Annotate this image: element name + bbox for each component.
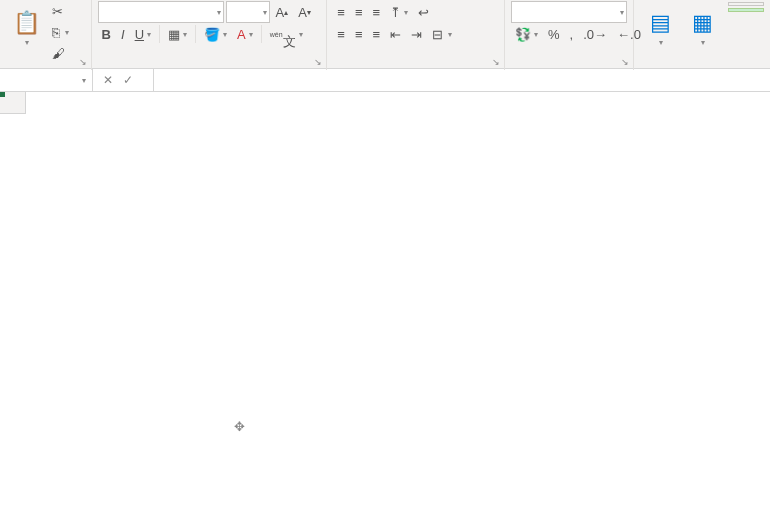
chevron-down-icon: ▾ — [65, 28, 69, 37]
chevron-down-icon: ▾ — [299, 30, 303, 39]
group-font: ▾ ▾ A▴ A▾ B I U▾ ▦▾ 🪣▾ A▾ wén文▾ ↘ — [92, 0, 328, 70]
chevron-down-icon: ▾ — [183, 30, 187, 39]
dialog-launcher-icon[interactable]: ↘ — [79, 57, 87, 67]
align-middle-icon: ≡ — [355, 5, 363, 20]
phonetic-button[interactable]: wén文▾ — [266, 16, 307, 53]
fill-color-button[interactable]: 🪣▾ — [200, 25, 231, 44]
decrease-indent-button[interactable]: ⇤ — [386, 25, 405, 44]
style-good[interactable] — [728, 8, 764, 12]
font-name-combo[interactable]: ▾ — [98, 1, 224, 23]
increase-indent-button[interactable]: ⇥ — [407, 25, 426, 44]
indent-increase-icon: ⇥ — [411, 27, 422, 42]
italic-button[interactable]: I — [117, 25, 129, 44]
orientation-icon: ⤒ — [390, 5, 401, 20]
align-right-icon: ≡ — [373, 27, 381, 42]
cursor-icon: ✥ — [234, 419, 245, 434]
group-styles: ▤ ▾ ▦ ▾ — [634, 0, 770, 70]
table-icon: ▦ — [692, 10, 713, 36]
separator — [195, 25, 196, 43]
number-format-combo[interactable]: ▾ — [511, 1, 627, 23]
currency-icon: 💱 — [515, 27, 531, 42]
font-size-combo[interactable]: ▾ — [226, 1, 270, 23]
bold-button[interactable]: B — [98, 25, 115, 44]
align-center-button[interactable]: ≡ — [351, 25, 367, 44]
group-alignment: ≡ ≡ ≡ ⤒▾ ↩ ≡ ≡ ≡ ⇤ ⇥ ⊟▾ ↘ — [327, 0, 505, 70]
scissors-icon: ✂ — [52, 4, 63, 19]
chevron-down-icon: ▾ — [404, 8, 408, 17]
format-as-table-button[interactable]: ▦ ▾ — [680, 2, 724, 52]
copy-button[interactable]: ⎘▾ — [48, 23, 73, 42]
wrap-text-icon: ↩ — [418, 5, 429, 20]
formula-buttons: ✕ ✓ — [93, 69, 154, 91]
dialog-launcher-icon[interactable]: ↘ — [621, 57, 629, 67]
font-color-button[interactable]: A▾ — [233, 25, 257, 44]
conditional-format-icon: ▤ — [650, 10, 671, 36]
format-painter-button[interactable]: 🖌 — [48, 44, 73, 63]
align-middle-button[interactable]: ≡ — [351, 3, 367, 22]
increase-decimal-button[interactable]: .0→ — [579, 25, 611, 44]
worksheet: ✥ — [0, 92, 770, 522]
wrap-text-button[interactable]: ↩ — [414, 3, 435, 22]
paste-icon: 📋 — [13, 10, 40, 36]
enter-icon[interactable]: ✓ — [123, 73, 133, 87]
cut-button[interactable]: ✂ — [48, 2, 73, 21]
brush-icon: 🖌 — [52, 46, 65, 61]
chevron-down-icon: ▾ — [659, 38, 663, 47]
style-normal[interactable] — [728, 2, 764, 6]
merge-icon: ⊟ — [432, 27, 443, 42]
align-top-icon: ≡ — [337, 5, 345, 20]
dialog-launcher-icon[interactable]: ↘ — [492, 57, 500, 67]
accounting-format-button[interactable]: 💱▾ — [511, 25, 542, 44]
conditional-format-button[interactable]: ▤ ▾ — [640, 2, 680, 52]
underline-icon: U — [135, 27, 144, 42]
fill-color-icon: 🪣 — [204, 27, 220, 42]
align-left-icon: ≡ — [337, 27, 345, 42]
border-icon: ▦ — [168, 27, 180, 42]
increase-decimal-icon: .0→ — [583, 27, 607, 42]
chevron-down-icon: ▾ — [249, 30, 253, 39]
chevron-down-icon: ▾ — [701, 38, 705, 47]
border-button[interactable]: ▦▾ — [164, 25, 191, 44]
chevron-down-icon: ▾ — [534, 30, 538, 39]
percent-icon: % — [548, 27, 560, 42]
align-right-button[interactable]: ≡ — [369, 25, 385, 44]
paste-button[interactable]: 📋 ▾ — [6, 2, 46, 52]
name-box[interactable]: ▾ — [0, 69, 93, 91]
formula-input[interactable] — [154, 69, 770, 91]
chevron-down-icon: ▾ — [620, 8, 624, 17]
chevron-down-icon: ▾ — [147, 30, 151, 39]
font-color-icon: A — [237, 27, 246, 42]
group-number: ▾ 💱▾ % , .0→ ←.0 ↘ — [505, 0, 634, 70]
align-bottom-icon: ≡ — [373, 5, 381, 20]
formula-bar: ▾ ✕ ✓ — [0, 69, 770, 92]
dialog-launcher-icon[interactable]: ↘ — [314, 57, 322, 67]
align-bottom-button[interactable]: ≡ — [369, 3, 385, 22]
ribbon: 📋 ▾ ✂ ⎘▾ 🖌 ↘ ▾ ▾ A▴ A▾ B I U▾ — [0, 0, 770, 69]
align-center-icon: ≡ — [355, 27, 363, 42]
bold-icon: B — [102, 27, 111, 42]
underline-button[interactable]: U▾ — [131, 25, 155, 44]
chevron-down-icon: ▾ — [82, 76, 86, 85]
comma-icon: , — [570, 27, 574, 42]
phonetic-icon: wén文 — [270, 18, 296, 51]
italic-icon: I — [121, 27, 125, 42]
indent-decrease-icon: ⇤ — [390, 27, 401, 42]
comma-button[interactable]: , — [566, 25, 578, 44]
merge-center-button[interactable]: ⊟▾ — [428, 25, 456, 44]
orientation-button[interactable]: ⤒▾ — [386, 3, 412, 22]
select-all-corner[interactable] — [0, 92, 26, 114]
group-clipboard: 📋 ▾ ✂ ⎘▾ 🖌 ↘ — [0, 0, 92, 70]
copy-icon: ⎘ — [52, 25, 60, 40]
percent-button[interactable]: % — [544, 25, 564, 44]
separator — [159, 25, 160, 43]
align-left-button[interactable]: ≡ — [333, 25, 349, 44]
separator — [261, 25, 262, 43]
chevron-down-icon: ▾ — [217, 8, 221, 17]
cancel-icon[interactable]: ✕ — [103, 73, 113, 87]
chevron-down-icon: ▾ — [448, 30, 452, 39]
chevron-down-icon: ▾ — [223, 30, 227, 39]
align-top-button[interactable]: ≡ — [333, 3, 349, 22]
chevron-down-icon: ▾ — [25, 38, 29, 47]
